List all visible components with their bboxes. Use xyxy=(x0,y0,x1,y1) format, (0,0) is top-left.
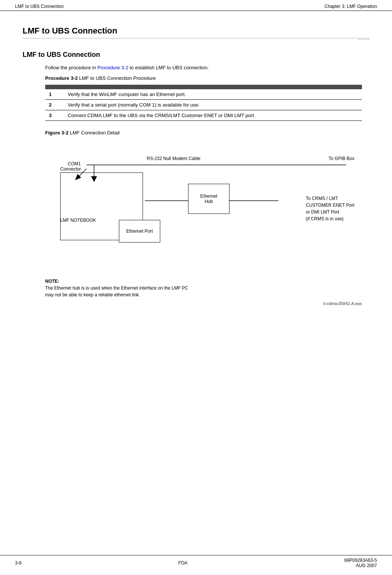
footer-left: 3-6 xyxy=(15,560,21,566)
body-text-after-link: to establish LMF to UBS connection. xyxy=(128,65,209,70)
procedure-table: 1 Verify that the WinLMF computer has an… xyxy=(45,85,362,121)
gpib-text: To GPIB Box xyxy=(328,156,354,161)
body-text-before-link: Follow the procedure in xyxy=(45,65,97,70)
col-header-desc xyxy=(64,85,362,89)
rs232-text: RS-232 Null Modem Cable xyxy=(147,156,201,161)
page-header: LMF to UBS Connection Chapter 3: LMF Ope… xyxy=(0,0,392,11)
footer-center-top: FOA xyxy=(178,560,188,566)
ethernet-port-box: Ethernet Port xyxy=(119,220,160,243)
ethernet-port-label: Ethernet Port xyxy=(126,229,153,234)
procedure-link[interactable]: Procedure 3-2 xyxy=(97,65,128,70)
label-rs232: RS-232 Null Modem Cable xyxy=(147,156,201,161)
crms-text: To CRMS / LMTCUSTOMER ENET Portor DMI LM… xyxy=(306,196,354,221)
label-crms: To CRMS / LMTCUSTOMER ENET Portor DMI LM… xyxy=(306,195,354,222)
note-title: NOTE: xyxy=(45,278,369,285)
note-section: NOTE: The Ethernet hub is is used when t… xyxy=(45,278,369,298)
table-body: 1 Verify that the WinLMF computer has an… xyxy=(45,89,362,121)
figure-heading: Figure 3-2 LMF Connection Detail xyxy=(45,130,369,136)
ethernet-hub-box: EthernetHub xyxy=(188,184,229,214)
note-text: The Ethernet hub is is used when the Eth… xyxy=(45,285,369,298)
table-row: 2 Verify that a serial port (normally CO… xyxy=(45,99,362,110)
page-content: LMF to UBS Connection LMF to UBS Connect… xyxy=(0,11,392,336)
figure-heading-bold: Figure 3-2 xyxy=(45,130,68,136)
step-text: Verify that a serial port (normally COM … xyxy=(64,99,362,110)
hub-label: EthernetHub xyxy=(200,194,217,204)
step-number: 2 xyxy=(45,99,64,110)
section-title: LMF to UBS Connection xyxy=(23,51,369,59)
header-right: Chapter 3: LMF Operation xyxy=(325,4,377,9)
table-row: 3 Connect CDMA LMF to the UBS via the CR… xyxy=(45,110,362,120)
header-left: LMF to UBS Connection xyxy=(15,4,64,9)
com1-text: COM1 Connector xyxy=(60,161,81,172)
step-number: 3 xyxy=(45,110,64,120)
dotted-rule-short xyxy=(358,39,369,40)
step-number: 1 xyxy=(45,89,64,100)
procedure-heading-bold: Procedure 3-2 xyxy=(45,75,78,81)
footer-right: 68P09283A63-5AUG 2007 xyxy=(344,558,377,568)
label-lmf: LMF NOTEBOOK xyxy=(60,218,96,223)
figure-heading-rest: LMF Connection Detail xyxy=(68,130,120,136)
chapter-title: LMF to UBS Connection xyxy=(23,26,369,36)
file-ref: ti-cdma-05842-A.eps xyxy=(23,301,362,306)
body-text: Follow the procedure in Procedure 3-2 to… xyxy=(45,64,369,72)
diagram-container: COM1 Connector RS-232 Null Modem Cable T… xyxy=(45,142,362,270)
procedure-heading-rest: LMF to UBS Connection Procedure xyxy=(78,75,156,81)
table-header xyxy=(45,85,362,89)
table-row: 1 Verify that the WinLMF computer has an… xyxy=(45,89,362,100)
notebook-box: Ethernet Port xyxy=(60,172,143,240)
step-text: Verify that the WinLMF computer has an E… xyxy=(64,89,362,100)
dotted-rule-full xyxy=(23,38,369,38)
footer-center: FOA xyxy=(178,560,188,566)
col-header-step xyxy=(45,85,64,89)
lmf-label-text: LMF NOTEBOOK xyxy=(60,218,96,223)
label-gpib: To GPIB Box xyxy=(328,156,354,161)
procedure-heading: Procedure 3-2 LMF to UBS Connection Proc… xyxy=(45,75,369,81)
page-footer: 3-6 FOA 68P09283A63-5AUG 2007 xyxy=(0,555,392,568)
step-text: Connect CDMA LMF to the UBS via the CRMS… xyxy=(64,110,362,120)
